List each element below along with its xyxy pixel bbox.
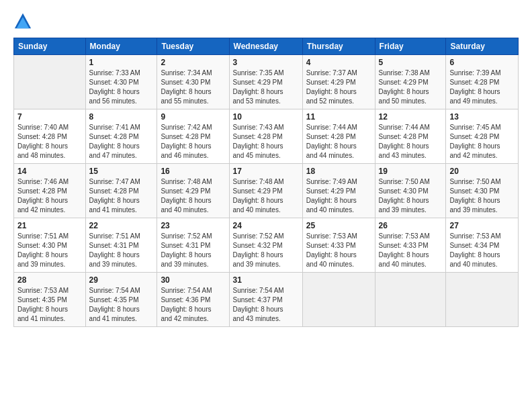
- day-cell: 1Sunrise: 7:33 AM Sunset: 4:30 PM Daylig…: [85, 55, 157, 109]
- day-info: Sunrise: 7:43 AM Sunset: 4:28 PM Dayligh…: [233, 123, 299, 161]
- day-cell: 26Sunrise: 7:53 AM Sunset: 4:33 PM Dayli…: [375, 218, 446, 273]
- day-info: Sunrise: 7:49 AM Sunset: 4:29 PM Dayligh…: [306, 177, 371, 215]
- day-info: Sunrise: 7:53 AM Sunset: 4:35 PM Dayligh…: [17, 286, 82, 324]
- day-info: Sunrise: 7:42 AM Sunset: 4:28 PM Dayligh…: [161, 123, 225, 161]
- day-info: Sunrise: 7:53 AM Sunset: 4:33 PM Dayligh…: [306, 232, 371, 269]
- day-number: 13: [449, 112, 515, 122]
- day-number: 24: [233, 221, 299, 230]
- day-number: 16: [161, 167, 225, 176]
- day-cell: 23Sunrise: 7:52 AM Sunset: 4:31 PM Dayli…: [157, 218, 229, 273]
- day-info: Sunrise: 7:39 AM Sunset: 4:28 PM Dayligh…: [449, 68, 515, 106]
- day-info: Sunrise: 7:53 AM Sunset: 4:34 PM Dayligh…: [449, 232, 515, 269]
- day-info: Sunrise: 7:37 AM Sunset: 4:29 PM Dayligh…: [306, 68, 371, 106]
- page: SundayMondayTuesdayWednesdayThursdayFrid…: [0, 0, 532, 411]
- day-info: Sunrise: 7:52 AM Sunset: 4:32 PM Dayligh…: [233, 232, 299, 269]
- week-row-4: 21Sunrise: 7:51 AM Sunset: 4:30 PM Dayli…: [14, 218, 519, 273]
- day-info: Sunrise: 7:38 AM Sunset: 4:29 PM Dayligh…: [379, 68, 443, 106]
- day-cell: 27Sunrise: 7:53 AM Sunset: 4:34 PM Dayli…: [446, 218, 519, 273]
- calendar: SundayMondayTuesdayWednesdayThursdayFrid…: [13, 38, 519, 327]
- day-info: Sunrise: 7:45 AM Sunset: 4:28 PM Dayligh…: [449, 123, 515, 161]
- day-cell: 11Sunrise: 7:44 AM Sunset: 4:28 PM Dayli…: [302, 109, 375, 164]
- day-info: Sunrise: 7:33 AM Sunset: 4:30 PM Dayligh…: [89, 68, 154, 106]
- day-info: Sunrise: 7:50 AM Sunset: 4:30 PM Dayligh…: [379, 177, 443, 215]
- day-number: 8: [89, 112, 154, 122]
- day-number: 10: [233, 112, 299, 122]
- day-number: 29: [89, 275, 154, 285]
- day-cell: 28Sunrise: 7:53 AM Sunset: 4:35 PM Dayli…: [14, 273, 86, 327]
- day-info: Sunrise: 7:54 AM Sunset: 4:37 PM Dayligh…: [233, 286, 299, 324]
- day-cell: [446, 273, 519, 327]
- day-cell: 29Sunrise: 7:54 AM Sunset: 4:35 PM Dayli…: [85, 273, 157, 327]
- day-cell: 22Sunrise: 7:51 AM Sunset: 4:31 PM Dayli…: [85, 218, 157, 273]
- day-cell: 17Sunrise: 7:48 AM Sunset: 4:29 PM Dayli…: [229, 164, 302, 218]
- day-cell: 24Sunrise: 7:52 AM Sunset: 4:32 PM Dayli…: [229, 218, 302, 273]
- day-info: Sunrise: 7:35 AM Sunset: 4:29 PM Dayligh…: [233, 68, 299, 106]
- day-cell: 25Sunrise: 7:53 AM Sunset: 4:33 PM Dayli…: [302, 218, 375, 273]
- day-cell: [375, 273, 446, 327]
- day-cell: 14Sunrise: 7:46 AM Sunset: 4:28 PM Dayli…: [14, 164, 86, 218]
- day-number: 11: [306, 112, 371, 122]
- day-number: 9: [161, 112, 225, 122]
- day-cell: 19Sunrise: 7:50 AM Sunset: 4:30 PM Dayli…: [375, 164, 446, 218]
- day-number: 25: [306, 221, 371, 230]
- day-number: 19: [379, 167, 443, 176]
- day-info: Sunrise: 7:44 AM Sunset: 4:28 PM Dayligh…: [306, 123, 371, 161]
- week-row-3: 14Sunrise: 7:46 AM Sunset: 4:28 PM Dayli…: [14, 164, 519, 218]
- day-cell: 18Sunrise: 7:49 AM Sunset: 4:29 PM Dayli…: [302, 164, 375, 218]
- day-cell: 7Sunrise: 7:40 AM Sunset: 4:28 PM Daylig…: [14, 109, 86, 164]
- day-number: 7: [17, 112, 82, 122]
- day-info: Sunrise: 7:54 AM Sunset: 4:35 PM Dayligh…: [89, 286, 154, 324]
- day-info: Sunrise: 7:34 AM Sunset: 4:30 PM Dayligh…: [161, 68, 225, 106]
- day-cell: 21Sunrise: 7:51 AM Sunset: 4:30 PM Dayli…: [14, 218, 86, 273]
- day-number: 31: [233, 275, 299, 285]
- weekday-header-sunday: Sunday: [14, 38, 86, 55]
- day-number: 12: [379, 112, 443, 122]
- day-cell: 30Sunrise: 7:54 AM Sunset: 4:36 PM Dayli…: [157, 273, 229, 327]
- weekday-header-tuesday: Tuesday: [157, 38, 229, 55]
- day-number: 23: [161, 221, 225, 230]
- day-cell: 31Sunrise: 7:54 AM Sunset: 4:37 PM Dayli…: [229, 273, 302, 327]
- day-cell: 20Sunrise: 7:50 AM Sunset: 4:30 PM Dayli…: [446, 164, 519, 218]
- day-cell: 12Sunrise: 7:44 AM Sunset: 4:28 PM Dayli…: [375, 109, 446, 164]
- day-info: Sunrise: 7:51 AM Sunset: 4:30 PM Dayligh…: [17, 232, 82, 269]
- day-cell: 3Sunrise: 7:35 AM Sunset: 4:29 PM Daylig…: [229, 55, 302, 109]
- day-number: 2: [161, 58, 225, 67]
- day-number: 21: [17, 221, 82, 230]
- day-number: 4: [306, 58, 371, 67]
- day-info: Sunrise: 7:41 AM Sunset: 4:28 PM Dayligh…: [89, 123, 154, 161]
- calendar-header: SundayMondayTuesdayWednesdayThursdayFrid…: [14, 38, 519, 55]
- day-cell: 6Sunrise: 7:39 AM Sunset: 4:28 PM Daylig…: [446, 55, 519, 109]
- logo-icon: [13, 12, 32, 31]
- day-info: Sunrise: 7:44 AM Sunset: 4:28 PM Dayligh…: [379, 123, 443, 161]
- day-number: 18: [306, 167, 371, 176]
- week-row-5: 28Sunrise: 7:53 AM Sunset: 4:35 PM Dayli…: [14, 273, 519, 327]
- day-number: 28: [17, 275, 82, 285]
- day-number: 14: [17, 167, 82, 176]
- day-info: Sunrise: 7:40 AM Sunset: 4:28 PM Dayligh…: [17, 123, 82, 161]
- day-number: 22: [89, 221, 154, 230]
- weekday-header-wednesday: Wednesday: [229, 38, 302, 55]
- day-cell: 10Sunrise: 7:43 AM Sunset: 4:28 PM Dayli…: [229, 109, 302, 164]
- day-number: 30: [161, 275, 225, 285]
- week-row-2: 7Sunrise: 7:40 AM Sunset: 4:28 PM Daylig…: [14, 109, 519, 164]
- day-cell: 4Sunrise: 7:37 AM Sunset: 4:29 PM Daylig…: [302, 55, 375, 109]
- day-number: 26: [379, 221, 443, 230]
- day-cell: 16Sunrise: 7:48 AM Sunset: 4:29 PM Dayli…: [157, 164, 229, 218]
- week-row-1: 1Sunrise: 7:33 AM Sunset: 4:30 PM Daylig…: [14, 55, 519, 109]
- day-cell: 5Sunrise: 7:38 AM Sunset: 4:29 PM Daylig…: [375, 55, 446, 109]
- weekday-header-thursday: Thursday: [302, 38, 375, 55]
- day-info: Sunrise: 7:46 AM Sunset: 4:28 PM Dayligh…: [17, 177, 82, 215]
- weekday-header-monday: Monday: [85, 38, 157, 55]
- day-cell: 9Sunrise: 7:42 AM Sunset: 4:28 PM Daylig…: [157, 109, 229, 164]
- day-cell: [302, 273, 375, 327]
- day-info: Sunrise: 7:53 AM Sunset: 4:33 PM Dayligh…: [379, 232, 443, 269]
- day-cell: 13Sunrise: 7:45 AM Sunset: 4:28 PM Dayli…: [446, 109, 519, 164]
- day-cell: [14, 55, 86, 109]
- day-number: 1: [89, 58, 154, 67]
- day-number: 6: [449, 58, 515, 67]
- day-info: Sunrise: 7:48 AM Sunset: 4:29 PM Dayligh…: [233, 177, 299, 215]
- day-cell: 8Sunrise: 7:41 AM Sunset: 4:28 PM Daylig…: [85, 109, 157, 164]
- day-info: Sunrise: 7:51 AM Sunset: 4:31 PM Dayligh…: [89, 232, 154, 269]
- day-info: Sunrise: 7:52 AM Sunset: 4:31 PM Dayligh…: [161, 232, 225, 269]
- header: [13, 12, 519, 31]
